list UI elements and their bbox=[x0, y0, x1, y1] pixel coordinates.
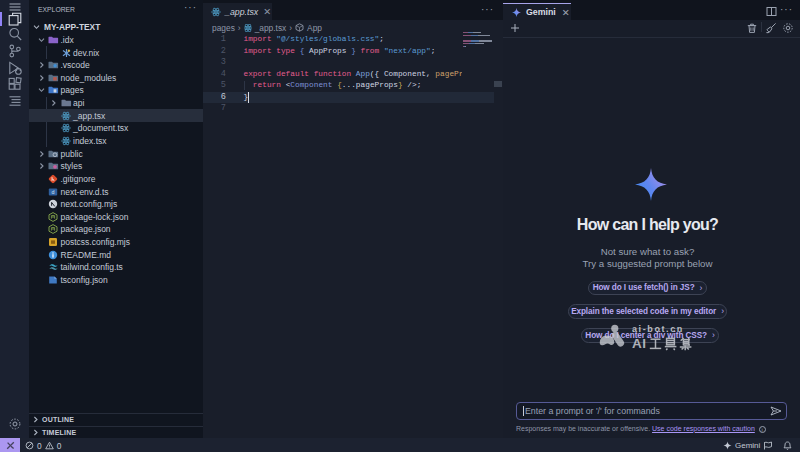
svg-text:d: d bbox=[52, 189, 55, 195]
